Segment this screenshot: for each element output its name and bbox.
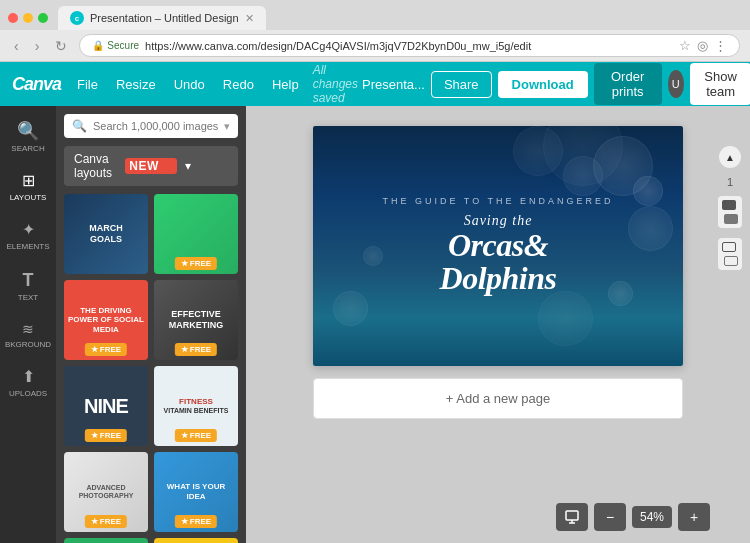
svg-rect-0 bbox=[566, 511, 578, 520]
slide-content: THE GUIDE TO THE ENDANGERED Saving the O… bbox=[313, 126, 683, 366]
sidebar-item-background[interactable]: ≋ BKGROUND bbox=[3, 314, 53, 357]
template-title: NINE bbox=[84, 394, 128, 418]
canvas-right-controls: ▲ 1 bbox=[718, 146, 742, 270]
free-badge: FREE bbox=[85, 429, 127, 442]
present-button[interactable] bbox=[556, 503, 588, 531]
template-card[interactable]: fitness VITAMIN BENEFITS FREE bbox=[154, 366, 238, 446]
menu-icon[interactable]: ⋮ bbox=[714, 38, 727, 53]
ext-icon[interactable]: ◎ bbox=[697, 38, 708, 53]
slide-title: Saving the Orcas& Dolphins bbox=[440, 214, 557, 296]
url-text: https://www.canva.com/design/DACg4QiAVSI… bbox=[145, 40, 531, 52]
search-label: SEARCH bbox=[11, 144, 44, 153]
new-badge: NEW bbox=[125, 158, 176, 174]
main-area: 🔍 SEARCH ⊞ LAYOUTS ✦ ELEMENTS T TEXT ≋ B… bbox=[0, 106, 750, 543]
template-row: THE DRIVING POWER OF SOCIAL MEDIA FREE E… bbox=[64, 280, 238, 360]
template-card[interactable]: ADVANCED PHOTOGRAPHY FREE bbox=[64, 452, 148, 532]
sidebar-item-search[interactable]: 🔍 SEARCH bbox=[3, 114, 53, 161]
template-title: ADVANCED PHOTOGRAPHY bbox=[70, 484, 142, 501]
template-row: CONTENTMARKETERS FREE CreativeAdvertisin… bbox=[64, 538, 238, 543]
layout-selector[interactable]: Canva layouts NEW ▾ bbox=[64, 146, 238, 186]
forward-btn[interactable]: › bbox=[31, 36, 44, 56]
free-badge: FREE bbox=[175, 429, 217, 442]
text-icon: T bbox=[23, 271, 34, 289]
search-chevron-icon: ▾ bbox=[224, 120, 230, 133]
layouts-icon: ⊞ bbox=[22, 173, 35, 189]
tab-title: Presentation – Untitled Design bbox=[90, 12, 239, 24]
url-input[interactable]: 🔒 Secure https://www.canva.com/design/DA… bbox=[79, 34, 740, 57]
template-card[interactable]: FREE bbox=[154, 194, 238, 274]
uploads-label: UPLOADS bbox=[9, 389, 47, 398]
slide-background: THE GUIDE TO THE ENDANGERED Saving the O… bbox=[313, 126, 683, 366]
zoom-in-button[interactable]: + bbox=[678, 503, 710, 531]
sidebar-icons: 🔍 SEARCH ⊞ LAYOUTS ✦ ELEMENTS T TEXT ≋ B… bbox=[0, 106, 56, 543]
template-card[interactable]: EffectiveMarketing FREE bbox=[154, 280, 238, 360]
close-dot[interactable] bbox=[8, 13, 18, 23]
zoom-out-button[interactable]: − bbox=[594, 503, 626, 531]
sidebar-item-uploads[interactable]: ⬆ UPLOADS bbox=[3, 361, 53, 406]
share-button[interactable]: Share bbox=[431, 71, 492, 98]
templates-grid: MARCHGOALS FREE THE DRIVING POWER OF bbox=[56, 194, 246, 543]
layouts-label: LAYOUTS bbox=[10, 193, 47, 202]
tab-close-btn[interactable]: ✕ bbox=[245, 12, 254, 25]
redo-menu[interactable]: Redo bbox=[215, 71, 262, 98]
minimize-dot[interactable] bbox=[23, 13, 33, 23]
template-title: fitness bbox=[179, 397, 213, 407]
file-menu[interactable]: File bbox=[69, 71, 106, 98]
slide-number: 1 bbox=[727, 176, 733, 188]
canvas-area[interactable]: THE GUIDE TO THE ENDANGERED Saving the O… bbox=[246, 106, 750, 543]
image-search-input[interactable] bbox=[93, 120, 218, 132]
save-status: All changes saved bbox=[313, 63, 358, 105]
template-card[interactable]: what is your idea FREE bbox=[154, 452, 238, 532]
slide-more-btn[interactable] bbox=[718, 238, 742, 270]
slide-canvas[interactable]: THE GUIDE TO THE ENDANGERED Saving the O… bbox=[313, 126, 683, 366]
image-search-bar[interactable]: 🔍 ▾ bbox=[64, 114, 238, 138]
elements-label: ELEMENTS bbox=[6, 242, 49, 251]
add-page-button[interactable]: + Add a new page bbox=[313, 378, 683, 419]
doc-name[interactable]: Presenta... bbox=[362, 77, 425, 92]
template-card[interactable]: MARCHGOALS bbox=[64, 194, 148, 274]
left-panel: 🔍 ▾ Canva layouts NEW ▾ MARCHGOALS bbox=[56, 106, 246, 543]
order-prints-button[interactable]: Order prints bbox=[594, 63, 662, 105]
bottom-toolbar: − 54% + bbox=[556, 503, 710, 531]
undo-menu[interactable]: Undo bbox=[166, 71, 213, 98]
refresh-btn[interactable]: ↻ bbox=[51, 36, 71, 56]
template-card[interactable]: CONTENTMARKETERS FREE bbox=[64, 538, 148, 543]
sidebar-item-text[interactable]: T TEXT bbox=[3, 263, 53, 310]
free-badge: FREE bbox=[85, 343, 127, 356]
secure-badge: 🔒 Secure bbox=[92, 40, 139, 51]
sidebar-item-elements[interactable]: ✦ ELEMENTS bbox=[3, 214, 53, 259]
avatar[interactable]: U bbox=[668, 70, 684, 98]
tab-favicon: c bbox=[70, 11, 84, 25]
slide-nav-up[interactable]: ▲ bbox=[719, 146, 741, 168]
template-card[interactable]: THE DRIVING POWER OF SOCIAL MEDIA FREE bbox=[64, 280, 148, 360]
slide-duplicate-btn[interactable] bbox=[718, 196, 742, 228]
back-btn[interactable]: ‹ bbox=[10, 36, 23, 56]
free-badge: FREE bbox=[175, 515, 217, 528]
template-card[interactable]: CreativeAdvertising FREE bbox=[154, 538, 238, 543]
free-badge: FREE bbox=[85, 515, 127, 528]
maximize-dot[interactable] bbox=[38, 13, 48, 23]
layout-selector-label: Canva layouts bbox=[74, 152, 117, 180]
download-button[interactable]: Download bbox=[498, 71, 588, 98]
text-label: TEXT bbox=[18, 293, 38, 302]
slide-title-line2: Orcas& bbox=[448, 227, 548, 263]
show-team-button[interactable]: Show team bbox=[690, 63, 750, 105]
active-browser-tab[interactable]: c Presentation – Untitled Design ✕ bbox=[58, 6, 266, 30]
template-row: ADVANCED PHOTOGRAPHY FREE what is your i… bbox=[64, 452, 238, 532]
help-menu[interactable]: Help bbox=[264, 71, 307, 98]
template-row: MARCHGOALS FREE bbox=[64, 194, 238, 274]
sidebar-item-layouts[interactable]: ⊞ LAYOUTS bbox=[3, 165, 53, 210]
zoom-level[interactable]: 54% bbox=[632, 506, 672, 528]
top-nav: Canva File Resize Undo Redo Help All cha… bbox=[0, 62, 750, 106]
resize-menu[interactable]: Resize bbox=[108, 71, 164, 98]
canva-logo[interactable]: Canva bbox=[12, 74, 61, 95]
search-icon: 🔍 bbox=[17, 122, 39, 140]
bookmark-icon[interactable]: ☆ bbox=[679, 38, 691, 53]
slide-title-line3: Dolphins bbox=[440, 260, 557, 296]
browser-chrome: c Presentation – Untitled Design ✕ ‹ › ↻… bbox=[0, 0, 750, 62]
slide-subtitle: THE GUIDE TO THE ENDANGERED bbox=[382, 196, 613, 206]
template-row: NINE FREE fitness VITAMIN BENEFITS FREE bbox=[64, 366, 238, 446]
address-icons: ☆ ◎ ⋮ bbox=[679, 38, 727, 53]
background-icon: ≋ bbox=[22, 322, 34, 336]
template-card[interactable]: NINE FREE bbox=[64, 366, 148, 446]
